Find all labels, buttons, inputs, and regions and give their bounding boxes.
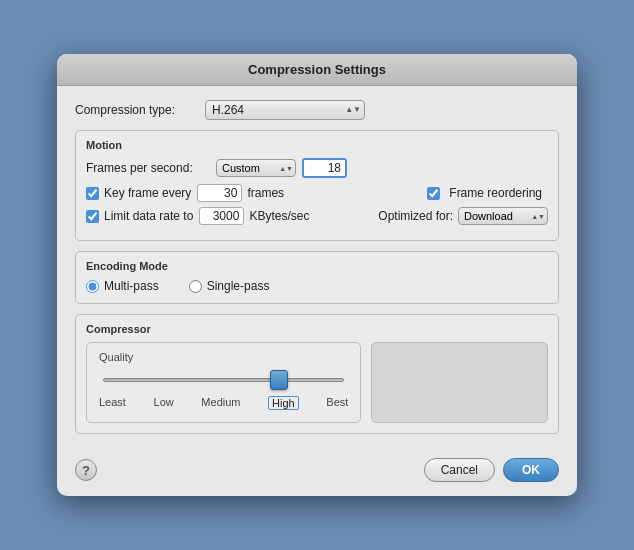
- dialog-title: Compression Settings: [248, 62, 386, 77]
- compression-type-select-wrapper[interactable]: H.264 MPEG-4 H.263: [205, 100, 365, 120]
- keyframe-input[interactable]: 30: [197, 184, 242, 202]
- cancel-button[interactable]: Cancel: [424, 458, 495, 482]
- fps-input[interactable]: 18: [302, 158, 347, 178]
- dialog-body: Compression type: H.264 MPEG-4 H.263 Mot…: [57, 86, 577, 448]
- limit-data-row: Limit data rate to 3000 KBytes/sec Optim…: [86, 207, 548, 225]
- optimized-label: Optimized for:: [378, 209, 453, 223]
- multipass-radio[interactable]: [86, 280, 99, 293]
- quality-box: Quality Least Low Medium High Best: [86, 342, 361, 423]
- compressor-section-title: Compressor: [86, 323, 548, 335]
- singlepass-radio[interactable]: [189, 280, 202, 293]
- quality-slider[interactable]: [103, 373, 344, 387]
- motion-section: Motion Frames per second: Custom 24 25 2…: [75, 130, 559, 241]
- multipass-radio-item[interactable]: Multi-pass: [86, 279, 159, 293]
- dialog-titlebar: Compression Settings: [57, 54, 577, 86]
- limit-data-input[interactable]: 3000: [199, 207, 244, 225]
- quality-label-high: High: [268, 396, 299, 410]
- quality-title: Quality: [99, 351, 348, 363]
- compression-type-select[interactable]: H.264 MPEG-4 H.263: [205, 100, 365, 120]
- keyframe-row: Key frame every 30 frames Frame reorderi…: [86, 184, 548, 202]
- quality-labels: Least Low Medium High Best: [99, 396, 348, 410]
- multipass-label: Multi-pass: [104, 279, 159, 293]
- quality-label-best: Best: [326, 396, 348, 410]
- compressor-section: Compressor Quality Least Low Medium High…: [75, 314, 559, 434]
- encoding-section: Encoding Mode Multi-pass Single-pass: [75, 251, 559, 304]
- fps-row: Frames per second: Custom 24 25 29.97 30…: [86, 158, 548, 178]
- limit-data-label: Limit data rate to: [104, 209, 193, 223]
- help-button[interactable]: ?: [75, 459, 97, 481]
- keyframe-checkbox[interactable]: [86, 187, 99, 200]
- singlepass-label: Single-pass: [207, 279, 270, 293]
- footer-buttons: Cancel OK: [424, 458, 559, 482]
- optimized-select[interactable]: Download Streaming Local: [458, 207, 548, 225]
- help-icon: ?: [82, 463, 90, 478]
- compressor-body: Quality Least Low Medium High Best: [86, 342, 548, 423]
- keyframe-label: Key frame every: [104, 186, 191, 200]
- fps-label: Frames per second:: [86, 161, 216, 175]
- encoding-section-title: Encoding Mode: [86, 260, 548, 272]
- slider-container: [99, 373, 348, 390]
- compression-settings-dialog: Compression Settings Compression type: H…: [57, 54, 577, 496]
- compression-type-label: Compression type:: [75, 103, 205, 117]
- frame-reordering-checkbox[interactable]: [427, 187, 440, 200]
- dialog-footer: ? Cancel OK: [57, 448, 577, 496]
- limit-data-unit: KBytes/sec: [249, 209, 309, 223]
- quality-label-least: Least: [99, 396, 126, 410]
- frame-reordering-label: Frame reordering: [449, 186, 542, 200]
- ok-button[interactable]: OK: [503, 458, 559, 482]
- encoding-radio-row: Multi-pass Single-pass: [86, 279, 548, 293]
- limit-data-checkbox[interactable]: [86, 210, 99, 223]
- quality-label-low: Low: [154, 396, 174, 410]
- right-panel: [371, 342, 548, 423]
- singlepass-radio-item[interactable]: Single-pass: [189, 279, 270, 293]
- fps-select-wrapper[interactable]: Custom 24 25 29.97 30: [216, 159, 296, 177]
- motion-section-title: Motion: [86, 139, 548, 151]
- quality-label-medium: Medium: [201, 396, 240, 410]
- optimized-select-wrapper[interactable]: Download Streaming Local: [458, 207, 548, 225]
- fps-select[interactable]: Custom 24 25 29.97 30: [216, 159, 296, 177]
- compression-type-row: Compression type: H.264 MPEG-4 H.263: [75, 100, 559, 120]
- keyframe-unit: frames: [247, 186, 284, 200]
